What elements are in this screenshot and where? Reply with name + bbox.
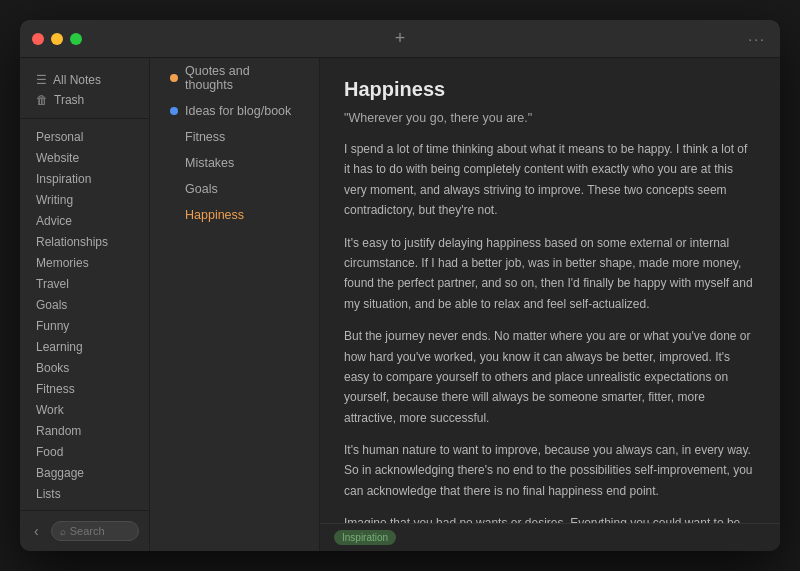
note-item-mistakes[interactable]: Mistakes	[156, 151, 313, 175]
sidebar-tag-personal[interactable]: Personal	[30, 127, 139, 147]
note-item-label-happiness: Happiness	[185, 208, 244, 222]
sidebar-bottom: ‹ ⌕	[20, 510, 149, 551]
note-title: Happiness	[344, 78, 756, 101]
note-item-label-ideas: Ideas for blog/book	[185, 104, 291, 118]
sidebar-top-section: ☰ All Notes 🗑 Trash	[20, 58, 149, 119]
more-options-button[interactable]: ···	[748, 31, 766, 47]
note-quote: "Wherever you go, there you are."	[344, 111, 756, 125]
search-input[interactable]	[70, 525, 130, 537]
sidebar-tag-website[interactable]: Website	[30, 148, 139, 168]
note-item-label-mistakes: Mistakes	[185, 156, 234, 170]
note-item-label-fitness: Fitness	[185, 130, 225, 144]
search-bar[interactable]: ⌕	[51, 521, 139, 541]
note-item-happiness[interactable]: Happiness	[156, 203, 313, 227]
sidebar-tag-memories[interactable]: Memories	[30, 253, 139, 273]
sidebar-tag-funny[interactable]: Funny	[30, 316, 139, 336]
sidebar-tag-learning[interactable]: Learning	[30, 337, 139, 357]
dot-icon-quotes	[170, 74, 178, 82]
minimize-button[interactable]	[51, 33, 63, 45]
sidebar-tag-baggage[interactable]: Baggage	[30, 463, 139, 483]
sidebar-tag-relationships[interactable]: Relationships	[30, 232, 139, 252]
notes-panel: Quotes and thoughtsIdeas for blog/bookFi…	[150, 58, 320, 551]
note-paragraph-0: I spend a lot of time thinking about wha…	[344, 139, 756, 221]
note-item-fitness[interactable]: Fitness	[156, 125, 313, 149]
sidebar-tag-random[interactable]: Random	[30, 421, 139, 441]
sidebar-tag-inspiration[interactable]: Inspiration	[30, 169, 139, 189]
main-content: Happiness "Wherever you go, there you ar…	[320, 58, 780, 551]
sidebar-tag-books[interactable]: Books	[30, 358, 139, 378]
sidebar-tag-food[interactable]: Food	[30, 442, 139, 462]
sidebar-tag-lists[interactable]: Lists	[30, 484, 139, 504]
note-tag-badge[interactable]: Inspiration	[334, 530, 396, 545]
tags-list: PersonalWebsiteInspirationWritingAdviceR…	[20, 119, 149, 510]
close-button[interactable]	[32, 33, 44, 45]
traffic-lights	[32, 33, 82, 45]
note-body: I spend a lot of time thinking about wha…	[344, 139, 756, 523]
sidebar-tag-advice[interactable]: Advice	[30, 211, 139, 231]
search-icon: ⌕	[60, 526, 66, 537]
note-paragraph-1: It's easy to justify delaying happiness …	[344, 233, 756, 315]
note-paragraph-2: But the journey never ends. No matter wh…	[344, 326, 756, 428]
sidebar-tag-travel[interactable]: Travel	[30, 274, 139, 294]
trash-label: Trash	[54, 93, 84, 107]
note-item-label-goals: Goals	[185, 182, 218, 196]
titlebar: + ···	[20, 20, 780, 58]
back-button[interactable]: ‹	[30, 519, 43, 543]
all-notes-icon: ☰	[36, 73, 47, 87]
content-area: ☰ All Notes 🗑 Trash PersonalWebsiteInspi…	[20, 58, 780, 551]
note-footer: Inspiration	[320, 523, 780, 551]
note-item-label-quotes: Quotes and thoughts	[185, 64, 299, 92]
sidebar-tag-goals[interactable]: Goals	[30, 295, 139, 315]
note-area: Happiness "Wherever you go, there you ar…	[320, 58, 780, 523]
sidebar-tag-fitness[interactable]: Fitness	[30, 379, 139, 399]
all-notes-item[interactable]: ☰ All Notes	[30, 70, 139, 90]
trash-item[interactable]: 🗑 Trash	[30, 90, 139, 110]
note-paragraph-4: Imagine that you had no wants or desires…	[344, 513, 756, 523]
all-notes-label: All Notes	[53, 73, 101, 87]
note-item-ideas[interactable]: Ideas for blog/book	[156, 99, 313, 123]
app-window: + ··· ☰ All Notes 🗑 Trash PersonalWebsit…	[20, 20, 780, 551]
note-item-goals[interactable]: Goals	[156, 177, 313, 201]
add-note-button[interactable]: +	[395, 28, 406, 49]
trash-icon: 🗑	[36, 93, 48, 107]
sidebar-left: ☰ All Notes 🗑 Trash PersonalWebsiteInspi…	[20, 58, 150, 551]
note-item-quotes[interactable]: Quotes and thoughts	[156, 59, 313, 97]
note-paragraph-3: It's human nature to want to improve, be…	[344, 440, 756, 501]
dot-icon-ideas	[170, 107, 178, 115]
maximize-button[interactable]	[70, 33, 82, 45]
sidebar-tag-work[interactable]: Work	[30, 400, 139, 420]
sidebar-tag-writing[interactable]: Writing	[30, 190, 139, 210]
